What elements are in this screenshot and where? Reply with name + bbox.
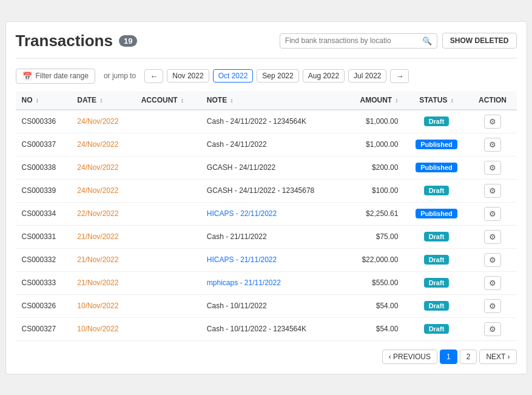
- col-no: NO ↕: [16, 91, 72, 110]
- col-amount: AMOUNT ↕: [344, 91, 404, 110]
- status-badge: Draft: [424, 324, 450, 334]
- cell-action: ⚙: [468, 110, 516, 133]
- cell-action: ⚙: [468, 225, 516, 248]
- title-area: Transactions 19: [16, 32, 138, 50]
- calendar-icon: 📅: [22, 72, 32, 81]
- sort-amount-icon[interactable]: ↕: [395, 97, 398, 104]
- cell-amount: $1,000.00: [344, 110, 404, 133]
- page-title: Transactions: [16, 32, 113, 50]
- search-input[interactable]: [285, 36, 420, 45]
- action-gear-button[interactable]: ⚙: [484, 184, 501, 198]
- sort-note-icon[interactable]: ↕: [230, 97, 233, 104]
- table-row: CS000326 10/Nov/2022 Cash - 10/11/2022 $…: [16, 294, 517, 317]
- action-gear-button[interactable]: ⚙: [484, 161, 501, 175]
- cell-status: Draft: [404, 248, 468, 271]
- cell-status: Draft: [404, 179, 468, 202]
- status-badge: Published: [416, 163, 457, 172]
- note-text: Cash - 21/11/2022: [207, 232, 267, 241]
- transactions-container: Transactions 19 🔍 SHOW DELETED 📅 Filter …: [5, 21, 527, 374]
- cell-no: CS000334: [16, 202, 72, 225]
- page-2-button[interactable]: 2: [460, 349, 477, 364]
- cell-account: [135, 294, 201, 317]
- col-account: ACCOUNT ↕: [135, 91, 201, 110]
- sort-date-icon[interactable]: ↕: [99, 97, 103, 104]
- sort-status-icon[interactable]: ↕: [451, 97, 454, 104]
- action-gear-button[interactable]: ⚙: [484, 253, 501, 267]
- table-row: CS000338 24/Nov/2022 GCASH - 24/11/2022 …: [16, 156, 517, 179]
- note-link[interactable]: HICAPS - 21/11/2022: [207, 255, 277, 264]
- month-aug-2022[interactable]: Aug 2022: [303, 69, 345, 83]
- show-deleted-button[interactable]: SHOW DELETED: [442, 33, 517, 49]
- action-gear-button[interactable]: ⚙: [484, 207, 501, 221]
- cell-amount: $54.00: [344, 294, 404, 317]
- cell-status: Published: [404, 156, 468, 179]
- table-row: CS000339 24/Nov/2022 GCASH - 24/11/2022 …: [16, 179, 517, 202]
- cell-account: [135, 225, 201, 248]
- or-jump-label: or jump to: [104, 72, 136, 80]
- month-oct-2022[interactable]: Oct 2022: [213, 69, 254, 83]
- cell-note: Cash - 10/11/2022: [201, 294, 344, 317]
- cell-note: Cash - 10/11/2022 - 1234564K: [201, 317, 344, 340]
- month-sep-2022[interactable]: Sep 2022: [257, 69, 298, 83]
- next-month-arrow[interactable]: →: [390, 69, 409, 83]
- cell-action: ⚙: [468, 317, 516, 340]
- action-gear-button[interactable]: ⚙: [484, 322, 501, 336]
- note-text: GCASH - 24/11/2022: [207, 163, 275, 172]
- note-link[interactable]: mphicaps - 21/11/2022: [207, 279, 281, 287]
- cell-date: 24/Nov/2022: [71, 133, 135, 156]
- cell-no: CS000337: [16, 133, 72, 156]
- note-text: Cash - 24/11/2022 - 1234564K: [207, 117, 306, 126]
- cell-no: CS000333: [16, 271, 72, 294]
- month-nov-2022[interactable]: Nov 2022: [167, 69, 209, 83]
- cell-no: CS000339: [16, 179, 72, 202]
- cell-status: Published: [404, 202, 468, 225]
- transaction-count-badge: 19: [119, 35, 137, 47]
- table-row: CS000332 21/Nov/2022 HICAPS - 21/11/2022…: [16, 248, 517, 271]
- next-page-button[interactable]: NEXT ›: [479, 349, 516, 364]
- table-row: CS000334 22/Nov/2022 HICAPS - 22/11/2022…: [16, 202, 517, 225]
- cell-status: Draft: [404, 271, 468, 294]
- note-link[interactable]: HICAPS - 22/11/2022: [207, 209, 277, 218]
- page-1-button[interactable]: 1: [440, 349, 457, 364]
- search-box[interactable]: 🔍: [280, 33, 437, 49]
- action-gear-button[interactable]: ⚙: [484, 115, 501, 129]
- status-badge: Draft: [424, 186, 450, 195]
- cell-amount: $200.00: [344, 156, 404, 179]
- cell-account: [135, 248, 201, 271]
- transactions-table: NO ↕ DATE ↕ ACCOUNT ↕ NOTE ↕ AMOUNT ↕ ST…: [16, 91, 517, 341]
- status-badge: Draft: [424, 301, 450, 311]
- status-badge: Draft: [424, 232, 450, 241]
- action-gear-button[interactable]: ⚙: [484, 276, 501, 290]
- cell-note: GCASH - 24/11/2022: [201, 156, 344, 179]
- header-actions: 🔍 SHOW DELETED: [280, 33, 517, 49]
- prev-month-arrow[interactable]: ←: [144, 69, 163, 83]
- status-badge: Published: [416, 209, 457, 218]
- cell-amount: $54.00: [344, 317, 404, 340]
- cell-account: [135, 179, 201, 202]
- sort-no-icon[interactable]: ↕: [36, 97, 39, 104]
- prev-page-button[interactable]: ‹ PREVIOUS: [382, 349, 437, 364]
- cell-amount: $550.00: [344, 271, 404, 294]
- cell-status: Published: [404, 133, 468, 156]
- cell-status: Draft: [404, 317, 468, 340]
- action-gear-button[interactable]: ⚙: [484, 299, 501, 313]
- cell-status: Draft: [404, 225, 468, 248]
- cell-note: HICAPS - 22/11/2022: [201, 202, 344, 225]
- cell-account: [135, 317, 201, 340]
- cell-action: ⚙: [468, 133, 516, 156]
- action-gear-button[interactable]: ⚙: [484, 138, 501, 152]
- cell-date: 21/Nov/2022: [71, 225, 135, 248]
- col-date: DATE ↕: [71, 91, 135, 110]
- cell-date: 21/Nov/2022: [71, 248, 135, 271]
- search-icon: 🔍: [422, 36, 432, 46]
- filter-date-range[interactable]: 📅 Filter date range: [16, 69, 95, 84]
- cell-date: 24/Nov/2022: [71, 110, 135, 133]
- month-jul-2022[interactable]: Jul 2022: [348, 69, 386, 83]
- action-gear-button[interactable]: ⚙: [484, 230, 501, 244]
- table-row: CS000337 24/Nov/2022 Cash - 24/11/2022 $…: [16, 133, 517, 156]
- cell-action: ⚙: [468, 156, 516, 179]
- table-row: CS000331 21/Nov/2022 Cash - 21/11/2022 $…: [16, 225, 517, 248]
- cell-amount: $22,000.00: [344, 248, 404, 271]
- col-status: STATUS ↕: [404, 91, 468, 110]
- sort-account-icon[interactable]: ↕: [181, 97, 184, 104]
